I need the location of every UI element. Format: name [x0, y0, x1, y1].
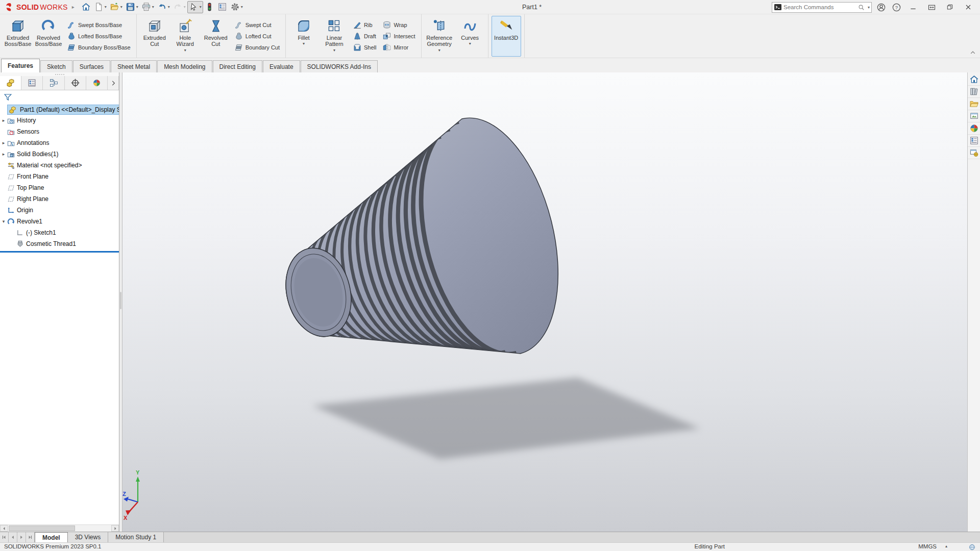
select-cursor-button[interactable]: ▾	[187, 1, 203, 13]
new-document-button[interactable]: ▾	[92, 1, 108, 13]
tab-features[interactable]: Features	[1, 59, 40, 72]
ribbon-button-revolved-cut[interactable]: Revolved Cut	[201, 16, 231, 57]
dropdown-caret-icon[interactable]: ▾	[152, 5, 154, 9]
next-tab-icon[interactable]	[17, 532, 26, 542]
ribbon-button-revolved-boss[interactable]: Revolved Boss/Base	[34, 16, 63, 57]
tree-item-annotations[interactable]: ▸AAnnotations	[0, 137, 119, 148]
tab-evaluate[interactable]: Evaluate	[263, 60, 300, 72]
panel-tab-part-manager[interactable]	[0, 76, 21, 90]
ribbon-button-linear-pattern[interactable]: Linear Pattern▾	[320, 16, 349, 57]
tree-expand-arrow[interactable]: ▸	[0, 140, 7, 145]
restore-button-icon[interactable]	[942, 1, 958, 13]
rebuild-button[interactable]	[203, 1, 216, 13]
dropdown-caret-icon[interactable]: ▾	[469, 41, 471, 46]
file-explorer-button[interactable]	[968, 98, 980, 110]
panel-horizontal-scrollbar[interactable]	[0, 524, 119, 532]
tree-item-material-not-specified-[interactable]: Material <not specified>	[0, 160, 119, 171]
custom-properties-button[interactable]	[968, 135, 980, 147]
dropdown-caret-icon[interactable]: ▾	[184, 48, 186, 53]
close-button-icon[interactable]	[961, 1, 976, 13]
ribbon-button-intersect[interactable]: Intersect	[380, 31, 418, 41]
tree-item-history[interactable]: ▸History	[0, 115, 119, 126]
graphics-viewport[interactable]: Y Z X	[122, 72, 967, 532]
tree-item-top-plane[interactable]: Top Plane	[0, 182, 119, 193]
view-palette-button[interactable]	[968, 110, 980, 122]
search-icon[interactable]	[857, 4, 865, 11]
tree-item-solid-bodies-1-[interactable]: ▸Solid Bodies(1)	[0, 148, 119, 160]
panel-tab-dimxpert-manager[interactable]	[65, 76, 86, 90]
undo-button[interactable]: ▾	[156, 1, 172, 13]
solidworks-forum-button[interactable]	[968, 147, 980, 159]
doc-tab-model[interactable]: Model	[35, 532, 68, 542]
previous-tab-icon[interactable]	[9, 532, 17, 542]
panel-grip[interactable]	[0, 72, 119, 76]
tree-item-front-plane[interactable]: Front Plane	[0, 171, 119, 182]
ribbon-collapse-icon[interactable]	[969, 49, 977, 56]
design-library-button[interactable]	[968, 86, 980, 98]
home-button[interactable]	[80, 1, 92, 13]
tree-expand-arrow[interactable]: ▸	[0, 152, 7, 157]
minimize-button-icon[interactable]	[905, 1, 921, 13]
ribbon-button-swept-cut[interactable]: Swept Cut	[232, 19, 282, 30]
tree-item-origin[interactable]: Origin	[0, 205, 119, 216]
tree-item-cosmetic-thread1[interactable]: Cosmetic Thread1	[0, 238, 119, 249]
model-scene[interactable]: Y Z X	[122, 72, 967, 532]
tree-expand-arrow[interactable]: ▸	[0, 118, 7, 123]
ribbon-button-wrap[interactable]: Wrap	[380, 19, 418, 30]
ribbon-button-curves[interactable]: Curves▾	[455, 16, 485, 57]
first-tab-icon[interactable]	[0, 532, 9, 542]
dropdown-caret-icon[interactable]: ▾	[303, 41, 305, 46]
dropdown-caret-icon[interactable]: ▾	[241, 5, 243, 9]
tree-root-item[interactable]: Part1 (Default) <<Default>_Display Sta	[0, 105, 119, 115]
tab-surfaces[interactable]: Surfaces	[73, 60, 110, 72]
dropdown-caret-icon[interactable]: ▾	[438, 48, 440, 53]
tree-expand-arrow[interactable]: ▾	[0, 219, 7, 224]
ribbon-button-reference-geometry[interactable]: Reference Geometry▾	[425, 16, 454, 57]
panel-tab-display-manager[interactable]	[86, 76, 108, 90]
dropdown-caret-icon[interactable]: ▾	[105, 5, 107, 9]
scrollbar-thumb[interactable]	[9, 525, 75, 531]
tree-item--sketch1[interactable]: (-) Sketch1	[0, 227, 119, 238]
tab-sheet-metal[interactable]: Sheet Metal	[111, 60, 157, 72]
ribbon-button-rib[interactable]: Rib	[350, 19, 379, 30]
units-caret-icon[interactable]: ▴	[945, 544, 947, 548]
ribbon-button-mirror[interactable]: Mirror	[380, 42, 418, 53]
ribbon-button-instant3d[interactable]: Instant3D	[492, 16, 521, 57]
options-gear-button[interactable]: ▾	[229, 1, 244, 13]
ribbon-button-lofted-boss[interactable]: Lofted Boss/Base	[64, 31, 133, 41]
help-icon[interactable]: ?	[890, 1, 902, 13]
dropdown-caret-icon[interactable]: ▾	[184, 5, 186, 9]
span-displays-button-icon[interactable]	[924, 1, 939, 13]
ribbon-button-hole-wizard[interactable]: Hole Wizard▾	[170, 16, 200, 57]
splitter-handle[interactable]	[120, 292, 121, 309]
rollback-bar[interactable]	[0, 251, 119, 253]
file-properties-button[interactable]	[216, 1, 229, 13]
status-globe-icon[interactable]	[968, 543, 976, 551]
redo-button[interactable]: ▾	[172, 1, 187, 13]
tree-item-revolve1[interactable]: ▾Revolve1	[0, 216, 119, 227]
filter-funnel-icon[interactable]	[3, 92, 12, 102]
ribbon-button-boundary-boss[interactable]: Boundary Boss/Base	[64, 42, 133, 53]
print-button[interactable]: ▾	[140, 1, 156, 13]
ribbon-button-extruded-cut[interactable]: Extruded Cut	[140, 16, 169, 57]
tab-solidworks-add-ins[interactable]: SOLIDWORKS Add-Ins	[301, 60, 378, 72]
ribbon-button-shell[interactable]: Shell	[350, 42, 379, 53]
search-commands-box[interactable]: ▾	[772, 2, 872, 13]
tab-direct-editing[interactable]: Direct Editing	[213, 60, 262, 72]
ribbon-button-extruded-boss[interactable]: Extruded Boss/Base	[3, 16, 33, 57]
last-tab-icon[interactable]	[26, 532, 35, 542]
dropdown-caret-icon[interactable]: ▾	[200, 5, 202, 9]
panel-tabs-overflow[interactable]	[108, 76, 119, 90]
search-commands-input[interactable]	[783, 4, 856, 10]
panel-tab-property-manager[interactable]	[21, 76, 43, 90]
ribbon-button-swept-boss[interactable]: Swept Boss/Base	[64, 19, 133, 30]
ribbon-button-draft[interactable]: Draft	[350, 31, 379, 41]
dropdown-caret-icon[interactable]: ▾	[120, 5, 122, 9]
scroll-right-icon[interactable]	[111, 525, 119, 532]
solidworks-resources-button[interactable]	[968, 73, 980, 86]
tab-mesh-modeling[interactable]: Mesh Modeling	[157, 60, 212, 72]
appearances-scenes-button[interactable]	[968, 122, 980, 135]
doc-tab-motion-study-1[interactable]: Motion Study 1	[108, 532, 164, 542]
cone-model[interactable]	[277, 118, 558, 354]
account-icon[interactable]	[875, 1, 887, 13]
